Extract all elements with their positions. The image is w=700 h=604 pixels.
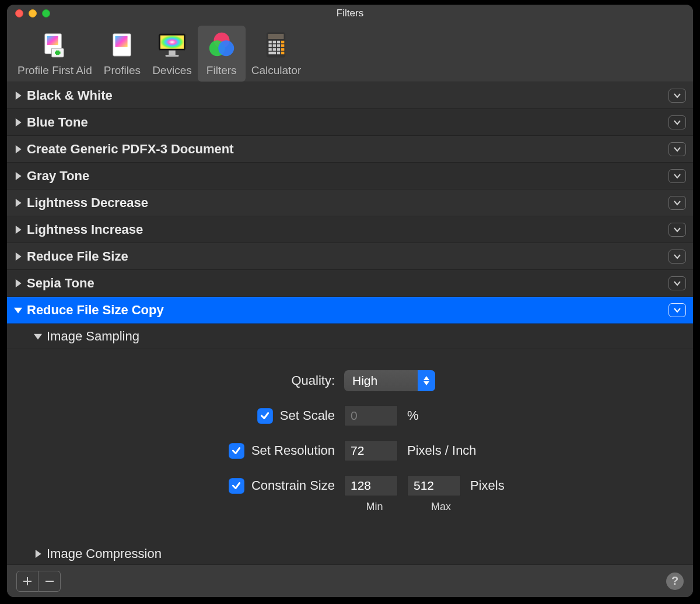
svg-rect-23 [273, 48, 276, 51]
toolbar-calculator[interactable]: Calculator [246, 26, 307, 82]
quality-label: Quality: [291, 373, 335, 388]
quality-row: Quality: High [7, 363, 693, 398]
filter-row[interactable]: Lightness Decrease [7, 189, 693, 216]
min-size-input[interactable]: 128 [344, 475, 398, 496]
toolbar-profiles[interactable]: Profiles [98, 26, 146, 82]
disclosure-right-icon [14, 199, 22, 207]
svg-rect-45 [23, 581, 32, 582]
remove-button[interactable] [38, 571, 61, 592]
filter-row[interactable]: Gray Tone [7, 163, 693, 189]
filter-actions-button[interactable] [668, 169, 686, 183]
filter-actions-button[interactable] [668, 250, 686, 264]
filter-actions-button[interactable] [668, 142, 686, 156]
toolbar-profile-first-aid[interactable]: Profile First Aid [12, 26, 98, 82]
svg-rect-4 [55, 52, 61, 54]
section-image-sampling[interactable]: Image Sampling [7, 324, 693, 349]
svg-marker-42 [424, 381, 429, 385]
set-scale-checkbox[interactable] [257, 408, 273, 424]
svg-rect-15 [268, 34, 284, 39]
svg-rect-18 [277, 41, 280, 44]
filter-name: Reduce File Size [27, 249, 664, 264]
svg-point-13 [218, 40, 234, 56]
disclosure-down-icon [34, 332, 42, 340]
min-caption: Min [348, 501, 401, 513]
svg-rect-29 [281, 48, 284, 51]
titlebar: Filters [7, 5, 693, 22]
set-scale-label: Set Scale [280, 408, 335, 423]
svg-rect-22 [269, 48, 272, 51]
filter-actions-button[interactable] [668, 223, 686, 237]
set-resolution-row: Set Resolution 72 Pixels / Inch [7, 433, 693, 468]
disclosure-right-icon [14, 92, 22, 100]
svg-rect-30 [281, 52, 284, 55]
toolbar-label: Profiles [104, 64, 141, 77]
set-resolution-checkbox[interactable] [229, 443, 244, 459]
filter-name: Reduce File Size Copy [27, 303, 664, 318]
svg-rect-27 [281, 41, 284, 44]
svg-marker-37 [16, 252, 22, 261]
calculator-icon [258, 28, 294, 62]
svg-marker-43 [36, 550, 41, 558]
set-scale-row: Set Scale 0 % [7, 398, 693, 433]
add-button[interactable] [16, 571, 38, 592]
toolbar-devices[interactable]: Devices [146, 26, 198, 82]
filter-actions-button[interactable] [668, 303, 686, 317]
filter-row[interactable]: Blue Tone [7, 109, 693, 136]
disclosure-right-icon [34, 550, 42, 558]
filter-actions-button[interactable] [668, 89, 686, 103]
svg-rect-19 [269, 44, 272, 47]
minimize-icon[interactable] [29, 9, 37, 17]
constrain-size-checkbox[interactable] [229, 478, 244, 494]
section-label: Image Compression [47, 546, 162, 561]
devices-icon [154, 28, 190, 62]
disclosure-right-icon [14, 226, 22, 234]
close-icon[interactable] [15, 9, 23, 17]
filter-name: Lightness Decrease [27, 195, 664, 210]
quality-value: High [352, 374, 377, 388]
filter-row[interactable]: Create Generic PDFX-3 Document [7, 136, 693, 163]
svg-rect-8 [160, 36, 184, 49]
section-image-compression[interactable]: Image Compression [7, 541, 693, 564]
window: Filters Profile First Aid [7, 5, 693, 597]
svg-marker-41 [424, 376, 429, 380]
filter-row[interactable]: Lightness Increase [7, 216, 693, 243]
section-label: Image Sampling [47, 329, 139, 344]
filters-icon [204, 28, 240, 62]
toolbar-label: Calculator [251, 64, 302, 77]
svg-marker-31 [16, 92, 22, 100]
scale-input[interactable]: 0 [344, 405, 398, 426]
resolution-input[interactable]: 72 [344, 440, 398, 461]
svg-marker-40 [34, 333, 42, 339]
svg-marker-38 [16, 279, 22, 287]
disclosure-right-icon [14, 118, 22, 127]
plus-icon [22, 576, 33, 587]
disclosure-right-icon [14, 172, 22, 180]
filter-actions-button[interactable] [668, 196, 686, 210]
help-icon: ? [671, 574, 678, 588]
filter-name: Lightness Increase [27, 222, 664, 237]
filter-row[interactable]: Black & White [7, 82, 693, 109]
max-size-input[interactable]: 512 [407, 475, 461, 496]
filter-actions-button[interactable] [668, 276, 686, 290]
svg-marker-6 [116, 36, 128, 47]
quality-select[interactable]: High [344, 370, 435, 391]
disclosure-right-icon [14, 279, 22, 287]
resolution-unit: Pixels / Inch [407, 443, 477, 458]
constrain-size-label: Constrain Size [251, 478, 335, 493]
image-sampling-props: Quality: High Set Scale [7, 349, 693, 541]
filter-name: Gray Tone [27, 168, 664, 184]
filter-row-selected[interactable]: Reduce File Size Copy [7, 297, 693, 324]
svg-rect-16 [269, 41, 272, 44]
filter-row[interactable]: Reduce File Size [7, 243, 693, 270]
filter-name: Sepia Tone [27, 276, 664, 291]
profile-first-aid-icon [37, 28, 73, 62]
zoom-icon[interactable] [42, 9, 50, 17]
profiles-icon [104, 28, 140, 62]
filter-actions-button[interactable] [668, 115, 686, 129]
filter-row[interactable]: Sepia Tone [7, 270, 693, 297]
svg-rect-17 [273, 41, 276, 44]
toolbar: Profile First Aid Profiles [7, 22, 693, 82]
add-remove-group [16, 571, 61, 592]
toolbar-filters[interactable]: Filters [198, 26, 246, 82]
help-button[interactable]: ? [666, 573, 684, 590]
